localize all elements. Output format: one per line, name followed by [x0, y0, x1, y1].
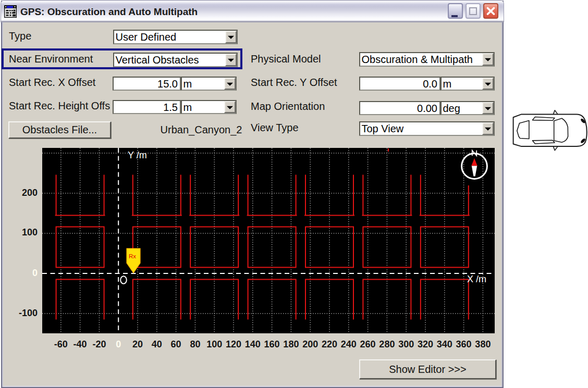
svg-text:Y /m: Y /m	[128, 150, 147, 160]
svg-text:Rx: Rx	[129, 253, 136, 259]
svg-text:X /m: X /m	[467, 274, 486, 284]
